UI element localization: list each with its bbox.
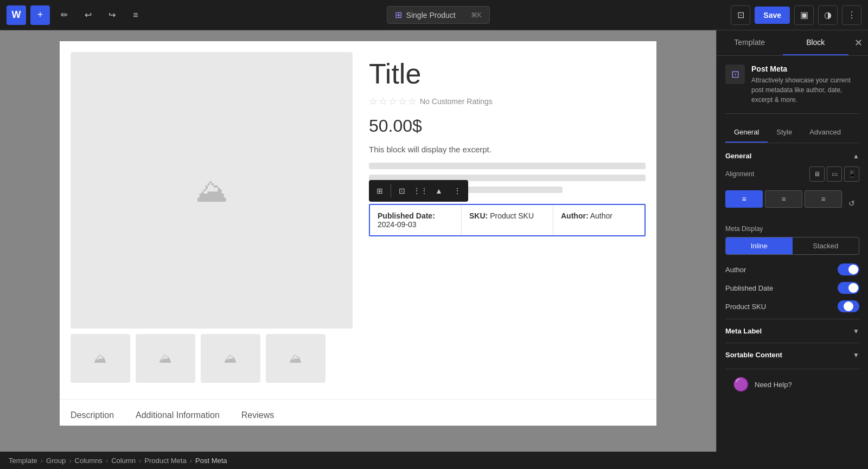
breadcrumb-columns[interactable]: Columns [75, 457, 103, 465]
meta-label-title: Meta Label [725, 327, 762, 335]
general-title: General [725, 152, 751, 160]
style-toggle-button[interactable]: ◑ [818, 5, 838, 25]
align-right-btn[interactable]: ≡ [805, 190, 842, 208]
thumbnail-2: ⛰ [136, 334, 195, 383]
meta-label-section: Meta Label ▼ [725, 319, 859, 343]
tab-reviews[interactable]: Reviews [241, 410, 274, 426]
general-section: General ▲ Alignment 🖥 ▭ 📱 ≡ ≡ [725, 152, 859, 312]
tab-template[interactable]: Template [717, 30, 783, 55]
published-date-toggle[interactable] [838, 282, 859, 294]
reset-alignment-btn[interactable]: ↺ [844, 196, 859, 211]
redo-icon: ↪ [108, 10, 116, 20]
block-title: Post Meta [751, 65, 859, 73]
sub-tab-general[interactable]: General [725, 123, 768, 143]
keyboard-shortcut: ⌘K [471, 11, 482, 19]
star-2: ☆ [379, 95, 387, 107]
main-image-placeholder: ⛰ [71, 52, 353, 329]
product-sku-toggle-knob [844, 301, 853, 311]
meta-cell-author: Author: Author [553, 205, 644, 235]
more-options-button[interactable]: ⋮ [842, 5, 861, 25]
collapse-icon[interactable]: ▲ [853, 152, 859, 160]
star-4: ☆ [398, 95, 407, 107]
mobile-btn[interactable]: 📱 [844, 166, 859, 182]
star-3: ☆ [388, 95, 397, 107]
add-block-button[interactable]: + [30, 5, 50, 25]
sortable-content-header[interactable]: Sortable Content ▼ [725, 351, 859, 359]
meta-label-header[interactable]: Meta Label ▼ [725, 327, 859, 335]
sku-value: Product SKU [490, 211, 534, 220]
sep-4: › [139, 457, 141, 465]
block-move-button[interactable]: ⊡ [393, 182, 411, 200]
toggle-product-sku: Product SKU [725, 300, 859, 312]
breadcrumb-group[interactable]: Group [46, 457, 66, 465]
save-button[interactable]: Save [755, 7, 790, 24]
toggle-published-date: Published Date [725, 282, 859, 294]
star-1: ☆ [369, 95, 378, 107]
sku-label: SKU: [469, 211, 488, 220]
panel-toggle-button[interactable]: ▣ [794, 5, 814, 25]
pencil-icon: ✏ [61, 10, 68, 20]
tab-description[interactable]: Description [71, 410, 114, 426]
general-section-header: General ▲ [725, 152, 859, 160]
alignment-row: Alignment 🖥 ▭ 📱 [725, 166, 859, 182]
author-toggle[interactable] [838, 264, 859, 275]
desktop-icon: ⊡ [737, 10, 744, 20]
align-center-btn[interactable]: ≡ [765, 190, 802, 208]
tablet-btn[interactable]: ▭ [827, 166, 842, 182]
panel-close-button[interactable]: ✕ [848, 30, 868, 55]
block-more-button[interactable]: ⋮ [449, 182, 466, 200]
template-icon: ⊞ [395, 10, 402, 20]
sep-2: › [69, 457, 71, 465]
post-meta-icon: ⊡ [731, 68, 739, 80]
panel-tabs: Template Block ✕ [717, 30, 868, 56]
thumbnail-4: ⛰ [266, 334, 326, 383]
product-area: ⛰ ⛰ ⛰ ⛰ ⛰ [60, 41, 656, 394]
edit-mode-button[interactable]: ✏ [54, 5, 74, 25]
thumb-icon-4: ⛰ [289, 351, 302, 366]
sub-tab-advanced[interactable]: Advanced [801, 123, 850, 143]
need-help-section: 🟣 Need Help? [725, 369, 859, 400]
list-view-button[interactable]: ≡ [126, 5, 145, 25]
breadcrumb-product-meta[interactable]: Product Meta [144, 457, 186, 465]
device-buttons: 🖥 ▭ 📱 [809, 166, 859, 182]
thumb-icon-1: ⛰ [94, 351, 107, 366]
product-sku-toggle[interactable] [838, 300, 859, 312]
display-stacked[interactable]: Stacked [793, 237, 859, 254]
panel-body: ⊡ Post Meta Attractively showcase your c… [717, 56, 868, 452]
star-5: ☆ [408, 95, 417, 107]
rating-text: No Customer Ratings [420, 97, 493, 106]
product-excerpt: This block will display the excerpt. [369, 145, 646, 154]
block-drag-button[interactable]: ⋮⋮ [412, 182, 429, 200]
template-pill[interactable]: ⊞ Single Product ⌘K [387, 6, 490, 24]
block-icon: ⊡ [725, 65, 745, 84]
breadcrumb-post-meta[interactable]: Post Meta [195, 457, 227, 465]
sub-tab-style[interactable]: Style [768, 123, 801, 143]
block-info: ⊡ Post Meta Attractively showcase your c… [725, 65, 859, 114]
block-type-button[interactable]: ⊞ [371, 182, 388, 200]
breadcrumb-column[interactable]: Column [111, 457, 136, 465]
undo-button[interactable]: ↩ [78, 5, 98, 25]
meta-display-label: Meta Display [725, 225, 859, 233]
meta-cell-date: Published Date: 2024-09-03 [370, 205, 462, 235]
viewport-button[interactable]: ⊡ [731, 5, 750, 25]
style-icon: ◑ [824, 10, 832, 20]
need-help-text: Need Help? [755, 381, 792, 389]
desktop-btn[interactable]: 🖥 [809, 166, 825, 182]
need-help-icon: 🟣 [733, 377, 749, 392]
display-inline[interactable]: Inline [726, 237, 793, 254]
alignment-label: Alignment [725, 170, 805, 178]
breadcrumb-template[interactable]: Template [9, 457, 37, 465]
redo-button[interactable]: ↪ [102, 5, 122, 25]
author-toggle-knob [848, 265, 858, 274]
block-up-button[interactable]: ▲ [430, 182, 448, 200]
panel-icon: ▣ [800, 10, 808, 20]
author-value: Author [590, 211, 612, 220]
tab-block[interactable]: Block [783, 30, 849, 55]
date-value: 2024-09-03 [378, 220, 417, 229]
product-tabs: Description Additional Information Revie… [60, 399, 656, 426]
tab-additional-info[interactable]: Additional Information [136, 410, 220, 426]
author-label: Author: [561, 211, 589, 220]
editor-canvas: ⛰ ⛰ ⛰ ⛰ ⛰ [0, 30, 716, 452]
align-buttons: ≡ ≡ ≡ [725, 190, 842, 208]
align-left-btn[interactable]: ≡ [725, 190, 763, 208]
